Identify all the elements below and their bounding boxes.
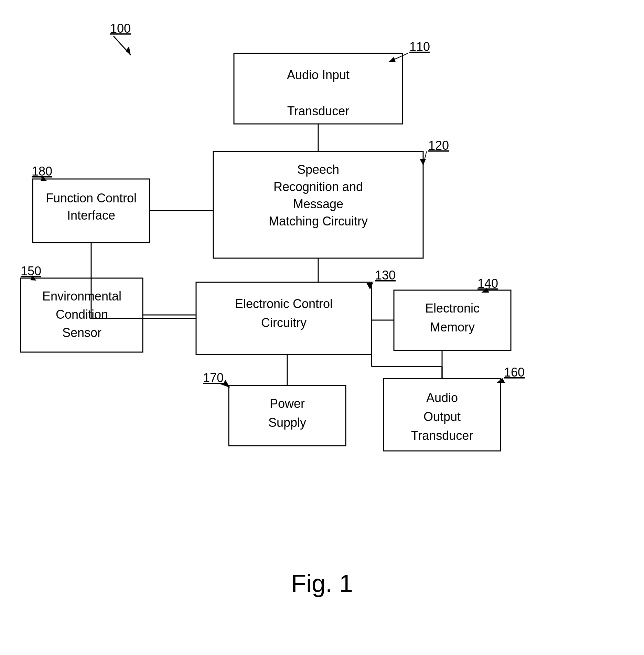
environmental-sensor-label2: Condition: [56, 307, 108, 321]
main-ref-num: 100: [110, 21, 131, 35]
diagram-container: 100 Audio Input Transducer 110 Speech Re…: [0, 0, 644, 655]
speech-recognition-label1: Speech: [297, 162, 339, 177]
electronic-control-ref: 130: [375, 268, 396, 282]
speech-recognition-label4: Matching Circuitry: [269, 214, 368, 228]
power-supply-label2: Supply: [268, 415, 306, 430]
audio-output-ref: 160: [504, 365, 525, 379]
figure-label: Fig. 1: [291, 570, 353, 597]
audio-output-label3: Transducer: [411, 429, 473, 443]
function-control-label1: Function Control: [46, 191, 137, 205]
function-control-label2: Interface: [67, 208, 115, 222]
audio-output-label2: Output: [423, 410, 461, 424]
speech-recognition-label3: Message: [293, 197, 343, 211]
audio-input-ref: 110: [409, 40, 430, 54]
electronic-memory-label2: Memory: [430, 320, 475, 334]
power-supply-label1: Power: [270, 397, 305, 411]
audio-output-label1: Audio: [426, 391, 458, 405]
power-supply-ref: 170: [203, 371, 224, 385]
electronic-memory-ref: 140: [477, 276, 498, 290]
electronic-memory-label1: Electronic: [425, 301, 480, 315]
electronic-control-label1: Electronic Control: [235, 297, 333, 311]
audio-input-label2: Transducer: [287, 104, 350, 118]
audio-input-label: Audio Input: [287, 68, 350, 82]
function-control-ref: 180: [32, 164, 52, 178]
environmental-sensor-label3: Sensor: [62, 326, 101, 340]
speech-recognition-label2: Recognition and: [273, 180, 363, 194]
environmental-sensor-ref: 150: [21, 264, 41, 278]
svg-marker-1: [126, 46, 131, 55]
speech-recognition-ref: 120: [428, 138, 449, 152]
environmental-sensor-label1: Environmental: [42, 289, 121, 303]
electronic-control-label2: Circuitry: [261, 316, 307, 330]
